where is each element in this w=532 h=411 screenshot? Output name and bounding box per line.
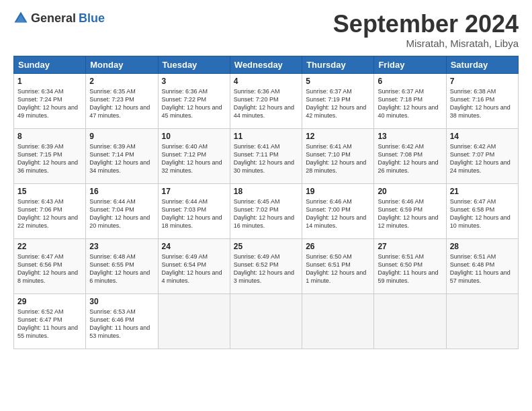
table-row: 29Sunrise: 6:52 AMSunset: 6:47 PMDayligh… xyxy=(14,293,86,349)
day-number: 2 xyxy=(89,77,154,86)
cell-info: Sunrise: 6:51 AMSunset: 6:50 PMDaylight:… xyxy=(378,253,438,284)
table-row: 2Sunrise: 6:35 AMSunset: 7:23 PMDaylight… xyxy=(86,73,158,128)
cell-info: Sunrise: 6:50 AMSunset: 6:51 PMDaylight:… xyxy=(306,253,366,284)
table-row: 26Sunrise: 6:50 AMSunset: 6:51 PMDayligh… xyxy=(302,238,374,293)
table-row: 10Sunrise: 6:40 AMSunset: 7:12 PMDayligh… xyxy=(158,128,230,183)
table-row: 28Sunrise: 6:51 AMSunset: 6:48 PMDayligh… xyxy=(446,238,518,293)
table-row: 12Sunrise: 6:41 AMSunset: 7:10 PMDayligh… xyxy=(302,128,374,183)
day-number: 18 xyxy=(234,187,298,196)
logo-icon xyxy=(13,11,28,26)
table-row xyxy=(158,293,230,349)
day-number: 24 xyxy=(162,242,226,251)
cell-info: Sunrise: 6:34 AMSunset: 7:24 PMDaylight:… xyxy=(17,88,78,119)
day-number: 26 xyxy=(306,242,370,251)
table-row: 16Sunrise: 6:44 AMSunset: 7:04 PMDayligh… xyxy=(86,183,158,238)
table-row: 30Sunrise: 6:53 AMSunset: 6:46 PMDayligh… xyxy=(86,293,158,349)
col-saturday: Saturday xyxy=(446,56,518,73)
month-title: September 2024 xyxy=(333,11,519,38)
table-row: 9Sunrise: 6:39 AMSunset: 7:14 PMDaylight… xyxy=(86,128,158,183)
table-row: 11Sunrise: 6:41 AMSunset: 7:11 PMDayligh… xyxy=(230,128,302,183)
day-number: 16 xyxy=(89,187,154,196)
logo-general-text: General xyxy=(31,11,76,26)
day-number: 17 xyxy=(162,187,226,196)
calendar-header-row: Sunday Monday Tuesday Wednesday Thursday… xyxy=(14,56,519,73)
cell-info: Sunrise: 6:47 AMSunset: 6:58 PMDaylight:… xyxy=(450,198,511,229)
page: GeneralBlue September 2024 Misratah, Mis… xyxy=(0,0,532,411)
day-number: 29 xyxy=(17,297,82,306)
col-tuesday: Tuesday xyxy=(158,56,230,73)
cell-info: Sunrise: 6:51 AMSunset: 6:48 PMDaylight:… xyxy=(450,253,511,284)
cell-info: Sunrise: 6:41 AMSunset: 7:11 PMDaylight:… xyxy=(234,143,294,174)
cell-info: Sunrise: 6:44 AMSunset: 7:04 PMDaylight:… xyxy=(89,198,150,229)
day-number: 6 xyxy=(378,77,442,86)
cell-info: Sunrise: 6:45 AMSunset: 7:02 PMDaylight:… xyxy=(234,198,294,229)
day-number: 15 xyxy=(17,187,82,196)
col-wednesday: Wednesday xyxy=(230,56,302,73)
day-number: 4 xyxy=(234,77,298,86)
calendar-week-row: 29Sunrise: 6:52 AMSunset: 6:47 PMDayligh… xyxy=(14,293,519,349)
day-number: 22 xyxy=(17,242,82,251)
table-row: 19Sunrise: 6:46 AMSunset: 7:00 PMDayligh… xyxy=(302,183,374,238)
table-row: 8Sunrise: 6:39 AMSunset: 7:15 PMDaylight… xyxy=(14,128,86,183)
table-row: 20Sunrise: 6:46 AMSunset: 6:59 PMDayligh… xyxy=(374,183,446,238)
day-number: 21 xyxy=(450,187,515,196)
table-row: 21Sunrise: 6:47 AMSunset: 6:58 PMDayligh… xyxy=(446,183,518,238)
day-number: 27 xyxy=(378,242,442,251)
table-row: 1Sunrise: 6:34 AMSunset: 7:24 PMDaylight… xyxy=(14,73,86,128)
day-number: 20 xyxy=(378,187,442,196)
table-row xyxy=(230,293,302,349)
day-number: 23 xyxy=(89,242,154,251)
table-row: 17Sunrise: 6:44 AMSunset: 7:03 PMDayligh… xyxy=(158,183,230,238)
day-number: 30 xyxy=(89,297,154,306)
cell-info: Sunrise: 6:42 AMSunset: 7:07 PMDaylight:… xyxy=(450,143,511,174)
table-row: 24Sunrise: 6:49 AMSunset: 6:54 PMDayligh… xyxy=(158,238,230,293)
cell-info: Sunrise: 6:40 AMSunset: 7:12 PMDaylight:… xyxy=(162,143,222,174)
cell-info: Sunrise: 6:41 AMSunset: 7:10 PMDaylight:… xyxy=(306,143,366,174)
table-row: 23Sunrise: 6:48 AMSunset: 6:55 PMDayligh… xyxy=(86,238,158,293)
cell-info: Sunrise: 6:46 AMSunset: 6:59 PMDaylight:… xyxy=(378,198,438,229)
header: GeneralBlue September 2024 Misratah, Mis… xyxy=(13,11,519,49)
cell-info: Sunrise: 6:39 AMSunset: 7:15 PMDaylight:… xyxy=(17,143,78,174)
table-row: 6Sunrise: 6:37 AMSunset: 7:18 PMDaylight… xyxy=(374,73,446,128)
location-subtitle: Misratah, Misratah, Libya xyxy=(333,38,519,49)
cell-info: Sunrise: 6:37 AMSunset: 7:19 PMDaylight:… xyxy=(306,88,366,119)
day-number: 3 xyxy=(162,77,226,86)
table-row: 15Sunrise: 6:43 AMSunset: 7:06 PMDayligh… xyxy=(14,183,86,238)
table-row xyxy=(374,293,446,349)
logo: GeneralBlue xyxy=(13,11,105,26)
cell-info: Sunrise: 6:36 AMSunset: 7:20 PMDaylight:… xyxy=(234,88,294,119)
calendar-week-row: 15Sunrise: 6:43 AMSunset: 7:06 PMDayligh… xyxy=(14,183,519,238)
table-row: 25Sunrise: 6:49 AMSunset: 6:52 PMDayligh… xyxy=(230,238,302,293)
col-friday: Friday xyxy=(374,56,446,73)
day-number: 13 xyxy=(378,132,442,141)
table-row: 7Sunrise: 6:38 AMSunset: 7:16 PMDaylight… xyxy=(446,73,518,128)
table-row: 13Sunrise: 6:42 AMSunset: 7:08 PMDayligh… xyxy=(374,128,446,183)
col-sunday: Sunday xyxy=(14,56,86,73)
day-number: 1 xyxy=(17,77,82,86)
cell-info: Sunrise: 6:39 AMSunset: 7:14 PMDaylight:… xyxy=(89,143,150,174)
cell-info: Sunrise: 6:37 AMSunset: 7:18 PMDaylight:… xyxy=(378,88,438,119)
day-number: 10 xyxy=(162,132,226,141)
cell-info: Sunrise: 6:42 AMSunset: 7:08 PMDaylight:… xyxy=(378,143,438,174)
cell-info: Sunrise: 6:47 AMSunset: 6:56 PMDaylight:… xyxy=(17,253,78,284)
day-number: 14 xyxy=(450,132,515,141)
table-row xyxy=(302,293,374,349)
day-number: 9 xyxy=(89,132,154,141)
day-number: 28 xyxy=(450,242,515,251)
table-row: 18Sunrise: 6:45 AMSunset: 7:02 PMDayligh… xyxy=(230,183,302,238)
day-number: 12 xyxy=(306,132,370,141)
logo-blue-text: Blue xyxy=(79,11,105,26)
calendar-table: Sunday Monday Tuesday Wednesday Thursday… xyxy=(13,56,519,349)
cell-info: Sunrise: 6:38 AMSunset: 7:16 PMDaylight:… xyxy=(450,88,511,119)
table-row: 27Sunrise: 6:51 AMSunset: 6:50 PMDayligh… xyxy=(374,238,446,293)
day-number: 11 xyxy=(234,132,298,141)
cell-info: Sunrise: 6:49 AMSunset: 6:52 PMDaylight:… xyxy=(234,253,294,284)
cell-info: Sunrise: 6:48 AMSunset: 6:55 PMDaylight:… xyxy=(89,253,150,284)
cell-info: Sunrise: 6:43 AMSunset: 7:06 PMDaylight:… xyxy=(17,198,78,229)
cell-info: Sunrise: 6:46 AMSunset: 7:00 PMDaylight:… xyxy=(306,198,366,229)
table-row: 4Sunrise: 6:36 AMSunset: 7:20 PMDaylight… xyxy=(230,73,302,128)
day-number: 25 xyxy=(234,242,298,251)
day-number: 5 xyxy=(306,77,370,86)
col-monday: Monday xyxy=(86,56,158,73)
table-row xyxy=(446,293,518,349)
